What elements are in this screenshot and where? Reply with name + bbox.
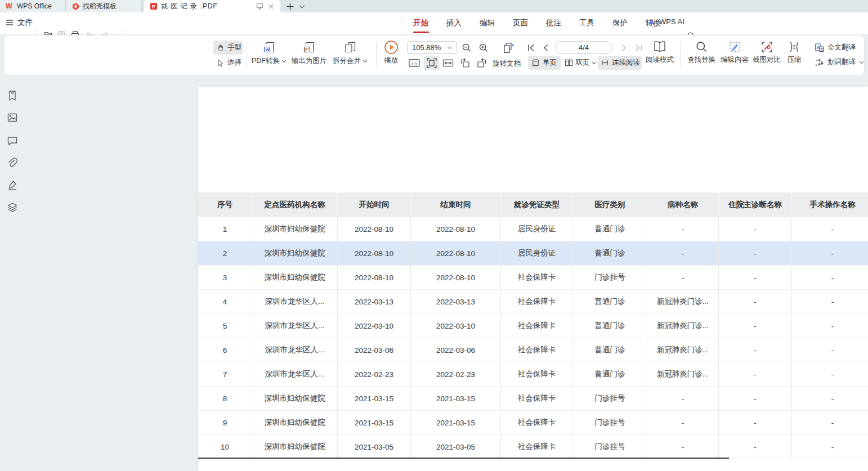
rotate-left-icon[interactable] bbox=[459, 57, 471, 69]
play-button[interactable]: 播放 bbox=[381, 40, 402, 65]
table-cell: - bbox=[792, 266, 868, 290]
pdf-convert-button[interactable]: W PDF转换 bbox=[249, 41, 289, 66]
attachment-icon[interactable] bbox=[6, 156, 19, 169]
find-replace-button[interactable]: 查找替换 bbox=[686, 41, 717, 65]
tab-wps-office[interactable]: W WPS Office bbox=[0, 0, 66, 12]
layers-icon[interactable] bbox=[6, 201, 19, 213]
fit-page-button[interactable] bbox=[424, 56, 439, 70]
menu-tab-开始[interactable]: 开始 bbox=[413, 17, 429, 29]
play-icon bbox=[384, 40, 399, 55]
signature-icon[interactable] bbox=[6, 179, 19, 191]
wps-ai-label: WPS AI bbox=[659, 17, 684, 26]
table-cell: 2022-08-10 bbox=[411, 217, 501, 241]
table-cell: 深圳市龙华区人... bbox=[252, 314, 338, 338]
edit-content-button[interactable]: 编辑内容 bbox=[719, 41, 750, 65]
tab-docer[interactable]: 找稻壳模板 bbox=[66, 0, 142, 12]
compress-icon bbox=[788, 41, 801, 53]
actual-size-icon[interactable]: 1:1 bbox=[408, 57, 420, 69]
double-page-label: 双页 bbox=[575, 58, 589, 68]
table-header-cell: 就诊凭证类型 bbox=[501, 192, 573, 217]
table-header-cell: 病种名称 bbox=[647, 192, 719, 217]
table-bottom-border bbox=[198, 457, 729, 459]
thumbnail-icon[interactable] bbox=[6, 111, 19, 124]
bookmark-icon[interactable] bbox=[6, 89, 19, 102]
table-cell: 9 bbox=[198, 411, 252, 435]
table-cell: - bbox=[792, 435, 868, 459]
full-translate-button[interactable]: A文 全文翻译 bbox=[815, 43, 856, 52]
export-image-label: 输出为图片 bbox=[292, 56, 327, 66]
rotate-doc-label[interactable]: 旋转文档 bbox=[493, 59, 521, 69]
table-cell: 2022-02-23 bbox=[338, 362, 411, 387]
select-tool-button[interactable]: 选择 bbox=[213, 56, 243, 70]
menu-tab-页面[interactable]: 页面 bbox=[512, 17, 529, 29]
tab-document-active[interactable]: P 就 医 记 录 .PDF bbox=[144, 0, 280, 12]
continuous-read-button[interactable]: 连续阅读 bbox=[598, 56, 642, 70]
menu-tab-保护[interactable]: 保护 bbox=[612, 17, 628, 29]
table-cell: 2022-03-13 bbox=[338, 290, 411, 314]
zoom-out-icon[interactable] bbox=[462, 43, 472, 53]
page-indicator: 4/4 bbox=[579, 43, 589, 52]
wps-ai-logo-icon bbox=[647, 18, 656, 26]
table-cell: - bbox=[792, 362, 868, 387]
compress-button[interactable]: 压缩 bbox=[784, 41, 805, 65]
zoom-in-icon[interactable] bbox=[478, 43, 489, 53]
table-cell: 新冠肺炎门诊... bbox=[647, 314, 719, 338]
hand-tool-button[interactable]: 手型 bbox=[213, 41, 243, 55]
table-cell: 居民身份证 bbox=[501, 217, 573, 241]
comment-icon[interactable] bbox=[6, 134, 19, 147]
last-page-icon[interactable] bbox=[634, 43, 643, 52]
table-cell: 新冠肺炎门诊... bbox=[647, 362, 719, 387]
table-cell: 门诊挂号 bbox=[573, 435, 647, 459]
split-merge-icon bbox=[343, 41, 357, 54]
rotate-pages-icon[interactable] bbox=[502, 41, 516, 55]
menu-tab-strip: 开始插入编辑页面批注工具保护转换 bbox=[413, 17, 661, 29]
menu-tab-工具[interactable]: 工具 bbox=[579, 17, 595, 29]
word-translate-button[interactable]: Ax 划词翻译 bbox=[815, 57, 864, 67]
table-cell: 7 bbox=[198, 362, 252, 387]
table-cell: 门诊挂号 bbox=[573, 387, 647, 411]
svg-text:文: 文 bbox=[820, 47, 824, 51]
table-cell: 深圳市妇幼保健院 bbox=[252, 411, 338, 435]
single-page-icon bbox=[531, 59, 540, 67]
single-page-button[interactable]: 单页 bbox=[528, 56, 561, 70]
read-mode-button[interactable]: 阅读模式 bbox=[644, 40, 675, 65]
table-cell: 普通门诊 bbox=[573, 338, 647, 362]
table-cell: 2021-03-15 bbox=[338, 411, 411, 435]
screenshot-compare-button[interactable]: 截图对比 bbox=[751, 41, 782, 65]
word-translate-label: 划词翻译 bbox=[827, 57, 856, 67]
menu-tab-编辑[interactable]: 编辑 bbox=[479, 17, 495, 29]
monitor-icon[interactable] bbox=[256, 2, 264, 10]
tab-list-chevron-icon[interactable] bbox=[299, 5, 305, 9]
table-header-cell: 手术操作名称 bbox=[792, 192, 868, 217]
chevron-down-icon bbox=[859, 61, 864, 64]
close-icon[interactable] bbox=[267, 3, 275, 10]
table-cell: 8 bbox=[198, 387, 252, 411]
double-page-button[interactable]: 双页 bbox=[563, 56, 597, 70]
prev-page-icon[interactable] bbox=[542, 43, 551, 52]
rotate-right-icon[interactable] bbox=[476, 57, 488, 69]
table-cell: 2022-02-23 bbox=[411, 362, 501, 387]
chevron-down-icon bbox=[281, 60, 287, 63]
svg-text:P: P bbox=[152, 4, 155, 10]
table-cell: - bbox=[647, 266, 719, 290]
menu-tab-批注[interactable]: 批注 bbox=[545, 17, 562, 29]
fit-width-icon[interactable] bbox=[442, 57, 454, 69]
page-number-input[interactable]: 4/4 bbox=[555, 41, 612, 54]
table-cell: - bbox=[792, 290, 868, 314]
next-page-icon[interactable] bbox=[619, 43, 628, 52]
file-menu[interactable]: 文件 bbox=[6, 17, 33, 28]
table-cell: 2022-08-10 bbox=[338, 266, 411, 290]
wps-ai-button[interactable]: WPS AI bbox=[647, 17, 684, 26]
table-header-cell: 定点医药机构名称 bbox=[252, 192, 338, 217]
new-tab-plus-icon[interactable] bbox=[286, 2, 294, 11]
menu-tab-插入[interactable]: 插入 bbox=[446, 17, 462, 29]
zoom-level-select[interactable]: 105.88% bbox=[407, 41, 457, 54]
continuous-read-icon bbox=[601, 59, 609, 67]
first-page-icon[interactable] bbox=[527, 43, 536, 52]
split-merge-button[interactable]: 拆分合并 bbox=[329, 41, 371, 66]
table-cell: 普通门诊 bbox=[573, 241, 647, 266]
table-cell: 4 bbox=[198, 290, 252, 314]
table-cell: 2022-03-10 bbox=[338, 314, 411, 338]
table-cell: 社会保障卡 bbox=[501, 387, 573, 411]
export-image-button[interactable]: 输出为图片 bbox=[289, 41, 329, 66]
